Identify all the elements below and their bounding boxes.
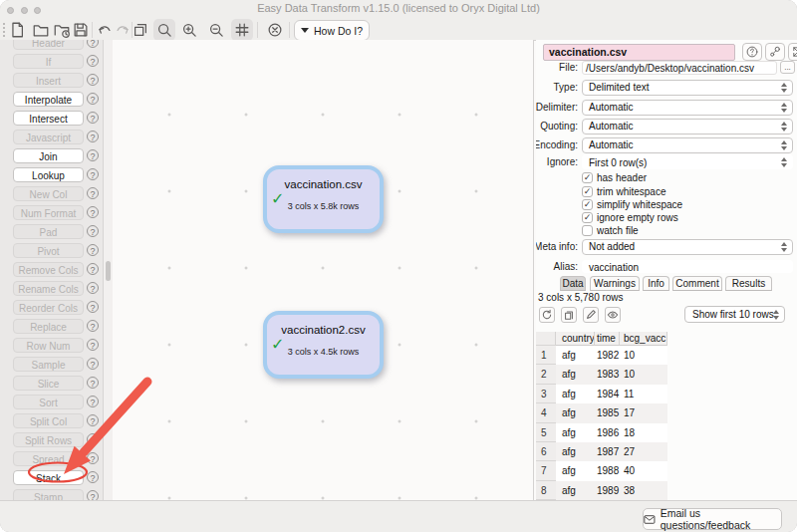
help-icon[interactable]: ? bbox=[87, 433, 99, 445]
workflow-canvas[interactable]: vaccination.csv 3 cols x 5.8k rows vacci… bbox=[113, 40, 534, 500]
help-icon[interactable]: ? bbox=[87, 40, 99, 48]
transform-button-new-col: New Col bbox=[13, 186, 84, 201]
refresh-button[interactable] bbox=[539, 307, 555, 323]
select-zoom-button[interactable] bbox=[153, 19, 175, 41]
checkbox-watch-file[interactable]: watch file bbox=[582, 224, 639, 237]
alias-input[interactable]: vaccination bbox=[582, 260, 793, 273]
email-feedback-button[interactable]: Email us questions/feedback bbox=[643, 508, 782, 530]
tab-info[interactable]: Info bbox=[643, 276, 669, 291]
help-icon[interactable]: ? bbox=[87, 414, 99, 426]
toggle-grid-button[interactable] bbox=[231, 19, 253, 41]
tab-data[interactable]: Data bbox=[560, 276, 586, 291]
table-row[interactable]: 2afg198310 bbox=[536, 365, 667, 384]
link-button[interactable] bbox=[765, 43, 785, 61]
checkbox-trim-whitespace[interactable]: ✓trim whitespace bbox=[582, 185, 665, 198]
edit-button[interactable] bbox=[583, 307, 599, 323]
copy-button[interactable] bbox=[561, 307, 577, 323]
checkbox-icon[interactable]: ✓ bbox=[582, 186, 593, 197]
preview-button[interactable] bbox=[605, 307, 621, 323]
transform-button-join[interactable]: Join bbox=[13, 148, 84, 163]
tab-results[interactable]: Results bbox=[725, 276, 772, 291]
meta-info-select[interactable]: Not added bbox=[582, 239, 793, 255]
help-icon[interactable]: ? bbox=[87, 74, 99, 86]
help-icon[interactable]: ? bbox=[87, 93, 99, 105]
help-icon[interactable]: ? bbox=[87, 131, 99, 142]
zoom-in-button[interactable] bbox=[178, 19, 200, 41]
select-stepper-icon bbox=[780, 140, 788, 150]
checkbox-has-header[interactable]: ✓has header bbox=[582, 171, 647, 184]
sidebar-scrollbar-thumb[interactable] bbox=[106, 261, 111, 281]
tab-warnings[interactable]: Warnings bbox=[590, 276, 640, 291]
new-file-button[interactable] bbox=[6, 19, 28, 41]
table-row[interactable]: 1afg198210 bbox=[536, 346, 667, 365]
browse-button[interactable]: ... bbox=[780, 61, 795, 74]
checkbox-icon[interactable] bbox=[582, 225, 593, 236]
column-header-time[interactable]: time bbox=[595, 332, 620, 346]
type-select[interactable]: Delimited text bbox=[582, 80, 793, 96]
help-icon[interactable]: ? bbox=[87, 225, 99, 237]
help-icon[interactable]: ? bbox=[87, 263, 99, 275]
source-name-input[interactable]: vaccination.csv bbox=[543, 44, 735, 61]
expand-button[interactable] bbox=[788, 43, 797, 61]
open-folder-icon bbox=[32, 21, 50, 39]
dataset-node-vaccination[interactable]: vaccination.csv 3 cols x 5.8k rows bbox=[263, 165, 384, 233]
transform-button-stack[interactable]: Stack bbox=[13, 470, 84, 485]
sidebar-scrollbar[interactable] bbox=[104, 40, 113, 500]
quoting-select[interactable]: Automatic bbox=[582, 119, 793, 134]
help-icon[interactable]: ? bbox=[87, 320, 99, 332]
transform-button-sort: Sort bbox=[13, 395, 84, 409]
help-icon[interactable]: ? bbox=[87, 301, 99, 313]
help-icon[interactable]: ? bbox=[87, 187, 99, 199]
checkbox-simplify-whitespace[interactable]: ✓simplify whitespace bbox=[582, 198, 682, 211]
table-row[interactable]: 5afg198618 bbox=[536, 423, 667, 442]
delimiter-select[interactable]: Automatic bbox=[582, 100, 793, 116]
open-file-button[interactable] bbox=[30, 19, 52, 41]
help-icon[interactable]: ? bbox=[87, 490, 99, 500]
checkbox-icon[interactable]: ✓ bbox=[582, 212, 593, 223]
table-row[interactable]: 3afg198411 bbox=[536, 385, 667, 403]
file-path-field[interactable]: /Users/andyb/Desktop/vaccination.csv bbox=[582, 61, 777, 75]
how-do-i-button[interactable]: How Do I? bbox=[294, 20, 370, 41]
duplicate-button[interactable] bbox=[130, 19, 151, 41]
tab-comment[interactable]: Comment bbox=[672, 276, 722, 291]
help-icon[interactable]: ? bbox=[87, 149, 99, 161]
show-rows-select[interactable]: Show first 10 rows bbox=[684, 306, 785, 323]
checkbox-icon[interactable]: ✓ bbox=[582, 172, 593, 183]
help-icon[interactable]: ? bbox=[87, 168, 99, 180]
help-icon[interactable]: ? bbox=[87, 377, 99, 389]
help-icon[interactable]: ? bbox=[87, 206, 99, 218]
node-subtitle: 3 cols x 5.8k rows bbox=[267, 201, 380, 211]
transform-button-lookup[interactable]: Lookup bbox=[13, 167, 84, 182]
help-icon[interactable]: ? bbox=[87, 452, 99, 464]
help-icon[interactable]: ? bbox=[87, 396, 99, 407]
encoding-select[interactable]: Automatic bbox=[582, 137, 793, 153]
alias-label: Alias: bbox=[536, 260, 578, 273]
ignore-rows-spinner[interactable]: First 0 row(s) bbox=[582, 154, 793, 169]
help-icon[interactable]: ? bbox=[87, 244, 99, 256]
column-header-bcg_vacc[interactable]: bcg_vacc bbox=[620, 332, 667, 346]
column-header-country[interactable]: country bbox=[556, 332, 595, 346]
table-row[interactable]: 7afg198840 bbox=[536, 461, 667, 480]
transform-button-interpolate[interactable]: Interpolate bbox=[13, 92, 84, 107]
window-titlebar: Easy Data Transform v1.15.0 (licensed to… bbox=[0, 0, 797, 41]
zoom-in-icon bbox=[180, 21, 198, 39]
save-button[interactable] bbox=[70, 19, 92, 41]
help-icon[interactable]: ? bbox=[87, 339, 99, 351]
help-icon[interactable]: ? bbox=[87, 112, 99, 124]
table-row[interactable]: 4afg198517 bbox=[536, 403, 667, 422]
cancel-button[interactable] bbox=[264, 19, 286, 41]
zoom-out-button[interactable] bbox=[205, 19, 227, 41]
row-number-cell: 7 bbox=[536, 461, 556, 480]
spinner-stepper-icon[interactable] bbox=[780, 157, 788, 167]
table-row[interactable]: 8afg198938 bbox=[536, 481, 667, 500]
transform-button-intersect[interactable]: Intersect bbox=[13, 111, 84, 126]
help-icon[interactable]: ? bbox=[87, 55, 99, 67]
checkbox-ignore-empty-rows[interactable]: ✓ignore empty rows bbox=[582, 211, 678, 224]
help-icon[interactable]: ? bbox=[87, 358, 99, 370]
help-icon[interactable]: ? bbox=[87, 471, 99, 483]
help-button[interactable] bbox=[742, 43, 762, 61]
checkbox-icon[interactable]: ✓ bbox=[582, 199, 593, 210]
table-row[interactable]: 6afg198727 bbox=[536, 442, 667, 461]
dataset-node-vaccination2[interactable]: vaccination2.csv 3 cols x 4.5k rows bbox=[263, 311, 384, 379]
help-icon[interactable]: ? bbox=[87, 282, 99, 294]
